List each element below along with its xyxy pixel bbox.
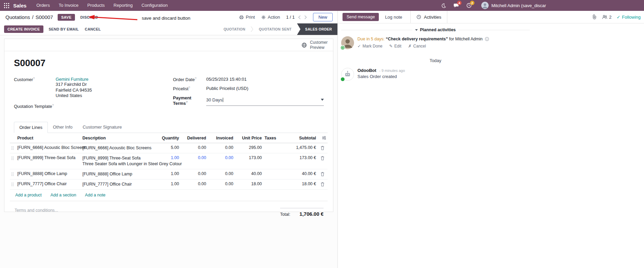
cell-description[interactable]: [FURN_8999] Three-Seat Sofa Three Seater… <box>81 153 159 169</box>
pager-previous-button[interactable] <box>298 15 301 19</box>
cell-taxes[interactable] <box>263 153 285 157</box>
following-button[interactable]: ✓ Following <box>617 15 641 20</box>
cell-description[interactable]: [FURN_6666] Acoustic Bloc Screens <box>81 143 159 153</box>
cell-unit-price[interactable]: 18.00 <box>235 179 263 188</box>
activity-avatar <box>341 36 354 49</box>
cell-delivered[interactable]: 0.00 <box>180 179 208 188</box>
activities-tab[interactable]: Activities <box>410 11 447 23</box>
send-by-email-button[interactable]: SEND BY EMAIL <box>49 27 79 31</box>
cell-product[interactable]: [FURN_8888] Office Lamp <box>16 169 81 178</box>
column-options-icon[interactable] <box>317 133 328 142</box>
menu-products[interactable]: Products <box>83 0 109 11</box>
terms-and-conditions-field[interactable]: Terms and conditions... <box>15 208 58 217</box>
drag-handle-icon[interactable] <box>10 143 16 150</box>
systray-activities-button[interactable]: 2 <box>463 0 475 11</box>
log-note-button[interactable]: Log note <box>385 15 402 20</box>
check-icon: ✓ <box>617 15 620 20</box>
user-menu[interactable]: Mitchell Admin (save_discar <box>475 0 644 11</box>
customer-link[interactable]: Gemini Furniture <box>56 77 92 82</box>
cell-product[interactable]: [FURN_6666] Acoustic Bloc Screens <box>16 143 81 152</box>
action-button[interactable]: Action <box>261 15 280 20</box>
cell-unit-price[interactable]: 40.00 <box>235 169 263 178</box>
drag-handle-icon[interactable] <box>10 169 16 176</box>
customer-field-label: Customer? <box>14 77 56 99</box>
total-value: 1,706.00 € <box>299 211 324 217</box>
drag-handle-icon[interactable] <box>10 179 16 187</box>
delete-row-icon[interactable] <box>317 143 328 150</box>
cell-quantity[interactable]: 5.00 <box>159 143 180 152</box>
cell-invoiced[interactable]: 0.00 <box>208 179 235 188</box>
discard-button[interactable]: DISCARD <box>80 15 98 19</box>
add-a-note-link[interactable]: Add a note <box>85 193 105 197</box>
cell-delivered[interactable]: 0.00 <box>180 169 208 178</box>
info-icon[interactable] <box>485 37 489 41</box>
menu-to-invoice[interactable]: To Invoice <box>54 0 83 11</box>
tab-other-info[interactable]: Other Info <box>48 122 78 133</box>
cell-invoiced[interactable]: 0.00 <box>208 169 235 178</box>
sheet-button-box: Customer Preview <box>4 39 333 51</box>
cell-invoiced[interactable]: 0.00 <box>208 143 235 152</box>
cell-delivered[interactable]: 0.00 <box>180 153 208 162</box>
cell-quantity[interactable]: 1.00 <box>159 179 180 188</box>
cell-description[interactable]: [FURN_8888] Office Lamp <box>81 169 159 179</box>
add-a-product-link[interactable]: Add a product <box>15 193 42 197</box>
tab-customer-signature[interactable]: Customer Signature <box>78 122 127 133</box>
pricelist-field[interactable]: Public Pricelist (USD) <box>206 86 248 91</box>
app-name[interactable]: Sales <box>13 3 26 8</box>
cell-delivered[interactable]: 0.00 <box>180 143 208 152</box>
pricelist-label: Pricelist? <box>173 86 206 91</box>
cell-subtotal: 18.00 € <box>285 179 317 188</box>
planned-activities-header[interactable]: Planned activities <box>341 27 530 32</box>
dropdown-caret-icon[interactable] <box>321 99 324 101</box>
apps-menu-button[interactable] <box>3 0 11 11</box>
cell-invoiced[interactable]: 0.00 <box>208 153 235 162</box>
tab-order-lines[interactable]: Order Lines <box>14 122 48 133</box>
delete-row-icon[interactable] <box>317 153 328 160</box>
delete-row-icon[interactable] <box>317 169 328 176</box>
followers-button[interactable]: 2 <box>602 15 611 20</box>
order-line-row[interactable]: [FURN_6666] Acoustic Bloc Screens [FURN_… <box>10 143 328 153</box>
cell-product[interactable]: [FURN_7777] Office Chair <box>16 179 81 188</box>
menu-orders[interactable]: Orders <box>32 0 54 11</box>
breadcrumb-quotations[interactable]: Quotations <box>5 14 30 20</box>
cell-unit-price[interactable]: 173.00 <box>235 153 263 162</box>
cell-quantity[interactable]: 1.00 <box>159 169 180 178</box>
col-subtotal: Subtotal <box>285 133 317 143</box>
attachment-button[interactable] <box>592 14 597 20</box>
menu-configuration[interactable]: Configuration <box>137 0 172 11</box>
save-button[interactable]: SAVE <box>58 14 75 21</box>
cell-taxes[interactable] <box>263 143 285 147</box>
send-message-button[interactable]: Send message <box>343 13 379 21</box>
col-quantity: Quantity <box>159 133 180 143</box>
print-button[interactable]: Print <box>239 15 255 20</box>
stage-quotation[interactable]: QUOTATION <box>218 23 251 35</box>
systray-messages-button[interactable]: 4 <box>450 0 463 11</box>
cell-description[interactable]: [FURN_7777] Office Chair <box>81 179 159 189</box>
mark-done-button[interactable]: ✓ Mark Done <box>357 44 383 49</box>
stage-sales-order[interactable]: SALES ORDER <box>297 23 337 35</box>
cell-taxes[interactable] <box>263 169 285 173</box>
create-invoice-button[interactable]: CREATE INVOICE <box>4 25 43 33</box>
cell-quantity[interactable]: 1.00 <box>159 153 180 162</box>
order-date-field[interactable]: 05/25/2023 15:40:01 <box>206 77 247 82</box>
cell-product[interactable]: [FURN_8999] Three-Seat Sofa <box>16 153 81 162</box>
order-line-row[interactable]: [FURN_8888] Office Lamp [FURN_8888] Offi… <box>10 169 328 179</box>
menu-reporting[interactable]: Reporting <box>109 0 137 11</box>
new-button[interactable]: New <box>313 13 333 21</box>
order-line-row[interactable]: [FURN_7777] Office Chair [FURN_7777] Off… <box>10 179 328 190</box>
delete-row-icon[interactable] <box>317 179 328 187</box>
add-a-section-link[interactable]: Add a section <box>51 193 76 197</box>
order-line-row[interactable]: [FURN_8999] Three-Seat Sofa [FURN_8999] … <box>10 153 328 169</box>
edit-activity-button[interactable]: ✎ Edit <box>389 44 402 49</box>
systray-moon-button[interactable] <box>437 0 450 11</box>
customer-preview-button[interactable]: Customer Preview <box>301 40 328 50</box>
printer-icon <box>239 15 244 20</box>
stage-quotation-sent[interactable]: QUOTATION SENT <box>253 23 297 35</box>
pager-next-button[interactable] <box>304 15 307 19</box>
cancel-button[interactable]: CANCEL <box>85 27 101 31</box>
payment-terms-field[interactable]: 30 Days <box>206 95 324 106</box>
cell-unit-price[interactable]: 295.00 <box>235 143 263 152</box>
cancel-activity-button[interactable]: ✗ Cancel <box>408 44 426 49</box>
cell-taxes[interactable] <box>263 179 285 184</box>
drag-handle-icon[interactable] <box>10 153 16 160</box>
